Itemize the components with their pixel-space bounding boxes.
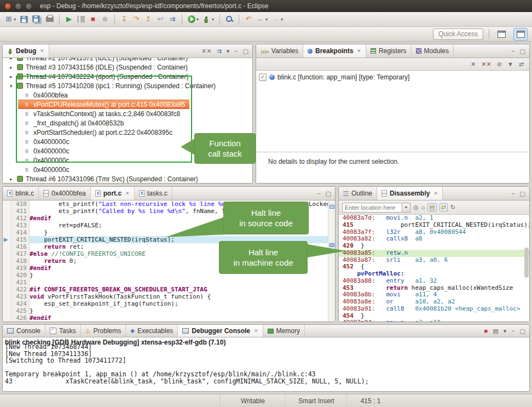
perspective-debug-button[interactable] [513, 28, 528, 41]
tab-registers[interactable]: Registers [366, 44, 412, 58]
code-line[interactable]: #else //!CONFIG_FREERTOS_UNICORE [30, 250, 328, 257]
minimize-button[interactable]: − [511, 191, 514, 197]
tab-blink-c[interactable]: blink.c [3, 187, 39, 200]
show-source-toggle-button[interactable]: ▤ [427, 203, 436, 211]
minimize-button[interactable]: − [511, 328, 514, 334]
print-button[interactable] [44, 15, 55, 23]
code-line[interactable]: esp_set_breakpoint_if_jtag(function); [30, 300, 328, 307]
disassembly-line[interactable]: 40083a94: mov.n a2, a10 [343, 319, 529, 322]
tab-debugger-console[interactable]: Debugger Console ✕ [178, 325, 263, 337]
code-line[interactable]: } [30, 272, 328, 279]
code-line[interactable]: #endif [30, 265, 328, 272]
close-icon[interactable]: ✕ [40, 48, 44, 54]
expand-toggle-icon[interactable]: ▸ [10, 58, 17, 61]
instruction-stepping-toggle-button[interactable]: ⇉ [216, 48, 221, 54]
goto-pc-button[interactable]: ◎ [413, 204, 419, 210]
tab-memory[interactable]: Memory [263, 325, 305, 337]
search-button[interactable] [224, 14, 235, 24]
tab-disassembly[interactable]: Disassembly ✕ [377, 187, 443, 200]
disconnect-button[interactable]: ⊗ [100, 14, 111, 24]
disassembly-body[interactable]: 40083a7d: movi.n a2, 1415 portEXIT_CRITI… [339, 215, 529, 322]
quick-access-box[interactable]: Quick Access [433, 28, 483, 40]
location-dropdown-button[interactable]: ▾ [402, 203, 410, 213]
code-line[interactable]: } [30, 307, 328, 314]
window-close-button[interactable] [4, 3, 11, 10]
code-line[interactable]: ets_printf("Called by %s line %d\n", fnN… [30, 208, 328, 215]
debug-thread-row[interactable]: ▸Thread #6 1073431096 (Tmr Svc) (Suspend… [3, 174, 252, 184]
code-line[interactable]: } [30, 229, 328, 236]
code-line[interactable]: #endif [30, 215, 328, 222]
drop-to-frame-button[interactable]: ↩ [155, 14, 166, 24]
maximize-button[interactable]: ▢ [326, 191, 331, 197]
window-minimize-button[interactable] [15, 3, 22, 10]
stack-frame-row[interactable]: ≡0x4000000c [3, 165, 252, 174]
instruction-stepping-button[interactable]: ⇉ [167, 14, 178, 24]
stack-frame-row[interactable]: ≡vPortCPUReleaseMutex() at port.c:415 0x… [18, 100, 189, 109]
tab-breakpoints[interactable]: Breakpoints ✕ [303, 44, 366, 58]
minimize-button[interactable]: − [317, 191, 320, 197]
debug-thread-row[interactable]: ▾Thread #5 1073410208 (ipc1 : Running) (… [3, 81, 252, 90]
disassembly-line[interactable]: 40083a91: call8 0x40081b20 <heap_caps_ma… [343, 306, 529, 313]
code-line[interactable] [30, 279, 328, 286]
minimize-button[interactable]: − [234, 48, 238, 54]
disassembly-line[interactable]: 40083a87: srli a3, a0, 6 [343, 257, 529, 264]
tab-executables[interactable]: ◆ Executables [126, 325, 178, 337]
stack-frame-row[interactable]: ≡0x4000000c [3, 156, 252, 165]
suspend-button[interactable] [76, 15, 86, 24]
save-button[interactable] [19, 15, 30, 24]
code-line[interactable]: #if CONFIG_FREERTOS_BREAK_ON_SCHEDULER_S… [30, 286, 328, 293]
tab-0x4000bfea[interactable]: 0x4000bfea [39, 187, 91, 200]
expand-toggle-icon[interactable]: ▸ [10, 74, 17, 79]
tab-port-c[interactable]: port.c ✕ [91, 187, 135, 200]
scrollbar-thumb[interactable] [524, 248, 529, 278]
clear-console-button[interactable]: ▤ [493, 328, 498, 334]
code-line[interactable]: return 0; [30, 257, 328, 265]
close-icon[interactable]: ✕ [357, 48, 361, 54]
stack-frame-row[interactable]: ≡xPortStartScheduler() at port.c:222 0x4… [3, 128, 252, 137]
maximize-button[interactable]: ▢ [243, 48, 248, 54]
perspective-cpp-button[interactable] [495, 28, 508, 40]
maximize-button[interactable]: ▢ [520, 328, 525, 334]
refresh-button[interactable]: ↻ [450, 204, 455, 210]
close-icon[interactable]: ✕ [254, 328, 258, 334]
window-maximize-button[interactable] [25, 3, 32, 10]
tab-tasks[interactable]: Tasks [45, 325, 81, 337]
step-return-button[interactable]: ↥ [143, 14, 154, 24]
resume-button[interactable]: ▶ [63, 14, 74, 24]
code-line[interactable]: ets_printf("Last non-recursive lock %s l… [30, 200, 328, 208]
show-breakpoints-for-selection-button[interactable]: ▼ [507, 61, 513, 67]
expand-toggle-icon[interactable]: ▸ [10, 65, 17, 70]
code-editor[interactable]: ets_printf("Last non-recursive lock %s l… [30, 200, 328, 322]
home-button[interactable]: ⌂ [421, 204, 425, 210]
close-icon[interactable]: ✕ [433, 191, 438, 196]
expand-toggle-icon[interactable]: ▾ [10, 83, 17, 89]
code-line[interactable]: return ret; [30, 243, 328, 250]
step-over-button[interactable]: ↷ [131, 14, 142, 24]
code-line[interactable]: void vPortFirstTaskHook(TaskFunction_t f… [30, 293, 328, 300]
forward-button[interactable]: →▾ [270, 14, 285, 24]
console-output[interactable]: blink checking [GDB Hardware Debugging] … [3, 337, 529, 392]
new-wizard-button[interactable]: ⊞▾ [3, 14, 18, 24]
tab-tasks-c[interactable]: tasks.c [135, 187, 172, 200]
terminate-button[interactable]: ■ [88, 14, 99, 24]
remove-all-breakpoints-button[interactable]: ✕✕ [481, 61, 491, 67]
stack-frame-row[interactable]: ≡0x4000bfea [3, 90, 252, 100]
maximize-button[interactable]: ▢ [520, 191, 525, 197]
tab-problems[interactable]: ⚠ Problems [81, 325, 126, 337]
run-button[interactable]: ▾ [186, 14, 200, 24]
view-menu-button[interactable]: ▾ [227, 48, 230, 54]
maximize-button[interactable]: ▢ [520, 48, 525, 54]
close-icon[interactable]: ✕ [125, 191, 130, 196]
stack-frame-row[interactable]: ≡0x4000000c [3, 137, 252, 146]
tab-console[interactable]: Console [3, 325, 45, 337]
save-all-button[interactable] [31, 14, 43, 25]
stack-frame-row[interactable]: ≡vTaskSwitchContext() at tasks.c:2,846 0… [3, 109, 252, 118]
stack-frame-row[interactable]: ≡0x4000000c [3, 146, 252, 156]
skip-all-breakpoints-button[interactable]: ⊘ [497, 61, 502, 67]
code-line[interactable]: portEXIT_CRITICAL_NESTED(irqStatus); [30, 236, 328, 243]
tab-variables[interactable]: Variables [256, 44, 303, 58]
breakpoint-checkbox[interactable] [259, 73, 267, 81]
sync-with-stack-frame-button[interactable]: ⇄ [440, 203, 448, 211]
display-console-menu-button[interactable]: ▾ [504, 328, 507, 334]
remove-all-terminated-button[interactable]: ✕✕ [201, 48, 211, 54]
